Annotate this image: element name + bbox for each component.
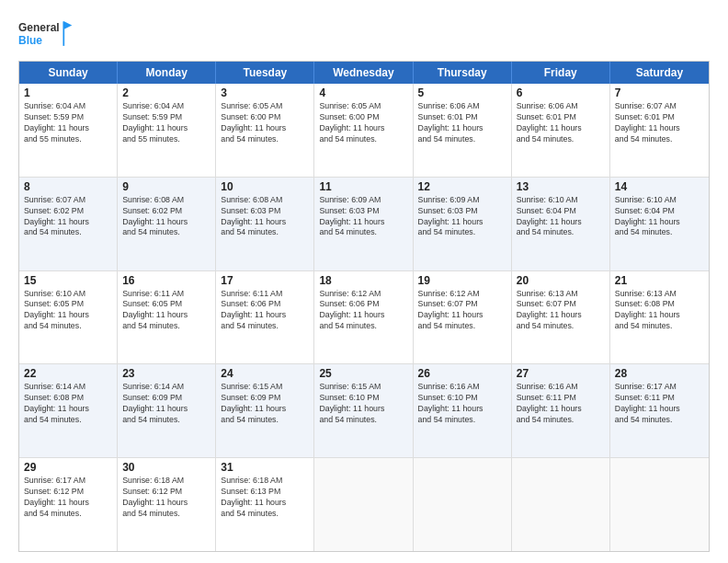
calendar: SundayMondayTuesdayWednesdayThursdayFrid… [18, 61, 710, 552]
day-number: 15 [24, 274, 112, 287]
day-number: 7 [615, 86, 704, 99]
day-info: Sunrise: 6:14 AMSunset: 6:09 PMDaylight:… [122, 382, 210, 426]
header: General Blue [18, 17, 710, 52]
day-number: 23 [122, 367, 210, 380]
day-info: Sunrise: 6:10 AMSunset: 6:04 PMDaylight:… [615, 195, 704, 239]
day-cell-11: 11Sunrise: 6:09 AMSunset: 6:03 PMDayligh… [314, 178, 413, 270]
day-cell-24: 24Sunrise: 6:15 AMSunset: 6:09 PMDayligh… [216, 364, 314, 457]
day-number: 21 [615, 274, 704, 287]
day-cell-22: 22Sunrise: 6:14 AMSunset: 6:08 PMDayligh… [19, 364, 118, 457]
day-info: Sunrise: 6:09 AMSunset: 6:03 PMDaylight:… [319, 195, 407, 239]
day-number: 6 [517, 86, 605, 99]
svg-text:General: General [18, 21, 60, 34]
day-number: 12 [418, 180, 506, 193]
day-number: 31 [221, 461, 309, 474]
day-cell-15: 15Sunrise: 6:10 AMSunset: 6:05 PMDayligh… [19, 271, 118, 364]
day-cell-21: 21Sunrise: 6:13 AMSunset: 6:08 PMDayligh… [610, 271, 709, 364]
day-number: 14 [615, 180, 704, 193]
day-cell-4: 4Sunrise: 6:05 AMSunset: 6:00 PMDaylight… [314, 84, 413, 177]
header-day-tuesday: Tuesday [216, 62, 314, 84]
calendar-row-5: 29Sunrise: 6:17 AMSunset: 6:12 PMDayligh… [19, 457, 709, 551]
day-info: Sunrise: 6:18 AMSunset: 6:12 PMDaylight:… [122, 476, 210, 520]
day-info: Sunrise: 6:16 AMSunset: 6:10 PMDaylight:… [418, 382, 506, 426]
header-day-thursday: Thursday [414, 62, 512, 84]
day-cell-3: 3Sunrise: 6:05 AMSunset: 6:00 PMDaylight… [216, 84, 314, 177]
day-info: Sunrise: 6:12 AMSunset: 6:07 PMDaylight:… [418, 289, 506, 333]
day-cell-26: 26Sunrise: 6:16 AMSunset: 6:10 PMDayligh… [414, 364, 512, 457]
svg-marker-2 [64, 21, 73, 29]
calendar-header: SundayMondayTuesdayWednesdayThursdayFrid… [19, 62, 709, 84]
day-cell-16: 16Sunrise: 6:11 AMSunset: 6:05 PMDayligh… [118, 271, 216, 364]
day-number: 30 [122, 461, 210, 474]
calendar-row-2: 8Sunrise: 6:07 AMSunset: 6:02 PMDaylight… [19, 177, 709, 270]
day-number: 3 [221, 86, 309, 99]
day-number: 10 [221, 180, 309, 193]
day-number: 29 [24, 461, 112, 474]
day-number: 20 [517, 274, 605, 287]
day-info: Sunrise: 6:06 AMSunset: 6:01 PMDaylight:… [517, 101, 605, 145]
day-info: Sunrise: 6:06 AMSunset: 6:01 PMDaylight:… [418, 101, 506, 145]
day-info: Sunrise: 6:11 AMSunset: 6:06 PMDaylight:… [221, 289, 309, 333]
day-info: Sunrise: 6:13 AMSunset: 6:07 PMDaylight:… [517, 289, 605, 333]
day-number: 17 [221, 274, 309, 287]
day-cell-25: 25Sunrise: 6:15 AMSunset: 6:10 PMDayligh… [314, 364, 413, 457]
day-cell-2: 2Sunrise: 6:04 AMSunset: 5:59 PMDaylight… [118, 84, 216, 177]
calendar-row-3: 15Sunrise: 6:10 AMSunset: 6:05 PMDayligh… [19, 270, 709, 364]
day-number: 13 [517, 180, 605, 193]
day-info: Sunrise: 6:07 AMSunset: 6:01 PMDaylight:… [615, 101, 704, 145]
day-cell-13: 13Sunrise: 6:10 AMSunset: 6:04 PMDayligh… [512, 178, 610, 270]
day-info: Sunrise: 6:11 AMSunset: 6:05 PMDaylight:… [122, 289, 210, 333]
header-day-sunday: Sunday [19, 62, 118, 84]
day-number: 27 [517, 367, 605, 380]
day-info: Sunrise: 6:12 AMSunset: 6:06 PMDaylight:… [319, 289, 407, 333]
day-cell-9: 9Sunrise: 6:08 AMSunset: 6:02 PMDaylight… [118, 178, 216, 270]
day-info: Sunrise: 6:08 AMSunset: 6:02 PMDaylight:… [122, 195, 210, 239]
day-cell-1: 1Sunrise: 6:04 AMSunset: 5:59 PMDaylight… [19, 84, 118, 177]
day-info: Sunrise: 6:08 AMSunset: 6:03 PMDaylight:… [221, 195, 309, 239]
svg-text:Blue: Blue [18, 34, 42, 47]
day-cell-30: 30Sunrise: 6:18 AMSunset: 6:12 PMDayligh… [118, 458, 216, 551]
day-info: Sunrise: 6:04 AMSunset: 5:59 PMDaylight:… [24, 101, 112, 145]
header-day-friday: Friday [512, 62, 610, 84]
logo-svg: General Blue [18, 17, 74, 52]
calendar-row-4: 22Sunrise: 6:14 AMSunset: 6:08 PMDayligh… [19, 363, 709, 457]
day-info: Sunrise: 6:10 AMSunset: 6:05 PMDaylight:… [24, 289, 112, 333]
day-info: Sunrise: 6:17 AMSunset: 6:12 PMDaylight:… [24, 476, 112, 520]
empty-cell [512, 458, 610, 551]
day-cell-10: 10Sunrise: 6:08 AMSunset: 6:03 PMDayligh… [216, 178, 314, 270]
day-number: 28 [615, 367, 704, 380]
day-number: 18 [319, 274, 407, 287]
header-day-saturday: Saturday [610, 62, 709, 84]
day-number: 2 [122, 86, 210, 99]
day-info: Sunrise: 6:13 AMSunset: 6:08 PMDaylight:… [615, 289, 704, 333]
day-number: 5 [418, 86, 506, 99]
day-cell-14: 14Sunrise: 6:10 AMSunset: 6:04 PMDayligh… [610, 178, 709, 270]
day-cell-19: 19Sunrise: 6:12 AMSunset: 6:07 PMDayligh… [414, 271, 512, 364]
day-cell-5: 5Sunrise: 6:06 AMSunset: 6:01 PMDaylight… [414, 84, 512, 177]
day-cell-20: 20Sunrise: 6:13 AMSunset: 6:07 PMDayligh… [512, 271, 610, 364]
calendar-body: 1Sunrise: 6:04 AMSunset: 5:59 PMDaylight… [19, 84, 709, 551]
day-info: Sunrise: 6:07 AMSunset: 6:02 PMDaylight:… [24, 195, 112, 239]
day-info: Sunrise: 6:18 AMSunset: 6:13 PMDaylight:… [221, 476, 309, 520]
day-cell-7: 7Sunrise: 6:07 AMSunset: 6:01 PMDaylight… [610, 84, 709, 177]
day-info: Sunrise: 6:05 AMSunset: 6:00 PMDaylight:… [221, 101, 309, 145]
page: General Blue SundayMondayTuesdayWednesda… [0, 0, 728, 563]
calendar-row-1: 1Sunrise: 6:04 AMSunset: 5:59 PMDaylight… [19, 84, 709, 177]
day-info: Sunrise: 6:15 AMSunset: 6:09 PMDaylight:… [221, 382, 309, 426]
day-info: Sunrise: 6:04 AMSunset: 5:59 PMDaylight:… [122, 101, 210, 145]
day-cell-17: 17Sunrise: 6:11 AMSunset: 6:06 PMDayligh… [216, 271, 314, 364]
day-cell-18: 18Sunrise: 6:12 AMSunset: 6:06 PMDayligh… [314, 271, 413, 364]
day-info: Sunrise: 6:17 AMSunset: 6:11 PMDaylight:… [615, 382, 704, 426]
day-number: 25 [319, 367, 407, 380]
day-cell-6: 6Sunrise: 6:06 AMSunset: 6:01 PMDaylight… [512, 84, 610, 177]
empty-cell [610, 458, 709, 551]
day-cell-29: 29Sunrise: 6:17 AMSunset: 6:12 PMDayligh… [19, 458, 118, 551]
empty-cell [414, 458, 512, 551]
header-day-monday: Monday [118, 62, 216, 84]
day-cell-23: 23Sunrise: 6:14 AMSunset: 6:09 PMDayligh… [118, 364, 216, 457]
day-cell-8: 8Sunrise: 6:07 AMSunset: 6:02 PMDaylight… [19, 178, 118, 270]
day-number: 11 [319, 180, 407, 193]
day-cell-31: 31Sunrise: 6:18 AMSunset: 6:13 PMDayligh… [216, 458, 314, 551]
day-number: 16 [122, 274, 210, 287]
empty-cell [314, 458, 413, 551]
